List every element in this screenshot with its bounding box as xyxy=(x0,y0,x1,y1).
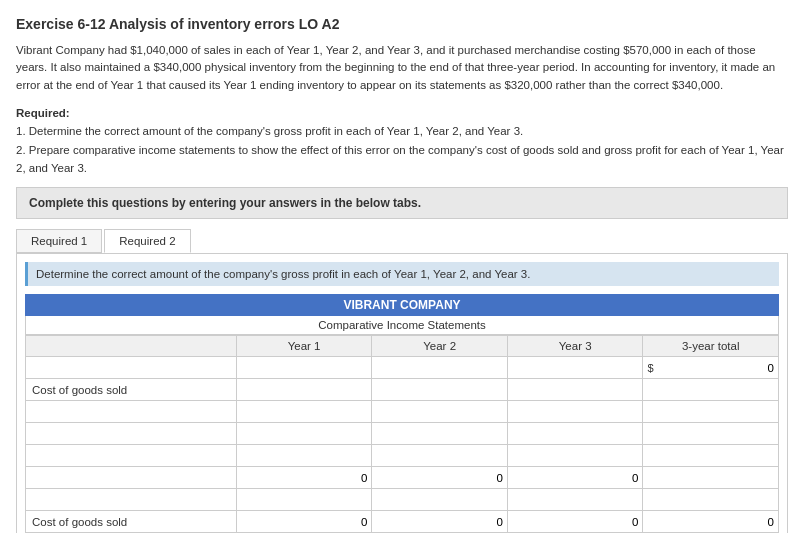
instruction-box: Complete this questions by entering your… xyxy=(16,187,788,219)
row5-total[interactable] xyxy=(643,445,779,467)
row7-total[interactable] xyxy=(643,489,779,511)
row1-y3[interactable] xyxy=(507,357,643,379)
row2-y1[interactable] xyxy=(236,379,372,401)
row1-y2[interactable] xyxy=(372,357,508,379)
row8-y1[interactable] xyxy=(236,511,372,533)
table-row: $ xyxy=(26,357,779,379)
row2-y3[interactable] xyxy=(507,379,643,401)
company-subtitle: Comparative Income Statements xyxy=(25,316,779,335)
row4-y2[interactable] xyxy=(372,423,508,445)
intro-paragraph: Vibrant Company had $1,040,000 of sales … xyxy=(16,42,788,94)
row2-y2[interactable] xyxy=(372,379,508,401)
tab-content: Determine the correct amount of the comp… xyxy=(16,253,788,533)
row6-total[interactable] xyxy=(643,467,779,489)
row1-y1[interactable] xyxy=(236,357,372,379)
row5-y3[interactable] xyxy=(507,445,643,467)
page-title: Exercise 6-12 Analysis of inventory erro… xyxy=(16,16,788,32)
row7-y3[interactable] xyxy=(507,489,643,511)
row2-total[interactable] xyxy=(643,379,779,401)
tab-required2[interactable]: Required 2 xyxy=(104,229,190,253)
row1-label xyxy=(26,357,237,379)
tab-required1[interactable]: Required 1 xyxy=(16,229,102,253)
income-table: Year 1 Year 2 Year 3 3-year total $ xyxy=(25,335,779,533)
row3-total[interactable] xyxy=(643,401,779,423)
row6-label xyxy=(26,467,237,489)
row8-label: Cost of goods sold xyxy=(26,511,237,533)
row8-y3[interactable] xyxy=(507,511,643,533)
table-row xyxy=(26,489,779,511)
row6-y1[interactable] xyxy=(236,467,372,489)
table-row: Cost of goods sold xyxy=(26,379,779,401)
col-year3-header: Year 3 xyxy=(507,336,643,357)
table-row xyxy=(26,467,779,489)
row4-y3[interactable] xyxy=(507,423,643,445)
row2-label: Cost of goods sold xyxy=(26,379,237,401)
company-name: VIBRANT COMPANY xyxy=(25,294,779,316)
row3-y1[interactable] xyxy=(236,401,372,423)
row3-label xyxy=(26,401,237,423)
row5-y1[interactable] xyxy=(236,445,372,467)
tab-instruction: Determine the correct amount of the comp… xyxy=(25,262,779,286)
table-row xyxy=(26,423,779,445)
row4-label xyxy=(26,423,237,445)
col-year2-header: Year 2 xyxy=(372,336,508,357)
row7-y2[interactable] xyxy=(372,489,508,511)
row5-y2[interactable] xyxy=(372,445,508,467)
required-section: Required: 1. Determine the correct amoun… xyxy=(16,104,788,178)
company-table-wrapper: VIBRANT COMPANY Comparative Income State… xyxy=(25,294,779,533)
col-year1-header: Year 1 xyxy=(236,336,372,357)
row5-label xyxy=(26,445,237,467)
row6-y2[interactable] xyxy=(372,467,508,489)
row4-y1[interactable] xyxy=(236,423,372,445)
row7-y1[interactable] xyxy=(236,489,372,511)
row3-y2[interactable] xyxy=(372,401,508,423)
tabs-container: Required 1 Required 2 xyxy=(16,229,788,253)
col-label-header xyxy=(26,336,237,357)
row8-y2[interactable] xyxy=(372,511,508,533)
table-row xyxy=(26,445,779,467)
table-row xyxy=(26,401,779,423)
row3-y3[interactable] xyxy=(507,401,643,423)
row7-label xyxy=(26,489,237,511)
table-row: Cost of goods sold xyxy=(26,511,779,533)
row1-total[interactable]: $ xyxy=(643,357,779,379)
col-3year-header: 3-year total xyxy=(643,336,779,357)
row4-total[interactable] xyxy=(643,423,779,445)
row8-total[interactable] xyxy=(643,511,779,533)
row6-y3[interactable] xyxy=(507,467,643,489)
